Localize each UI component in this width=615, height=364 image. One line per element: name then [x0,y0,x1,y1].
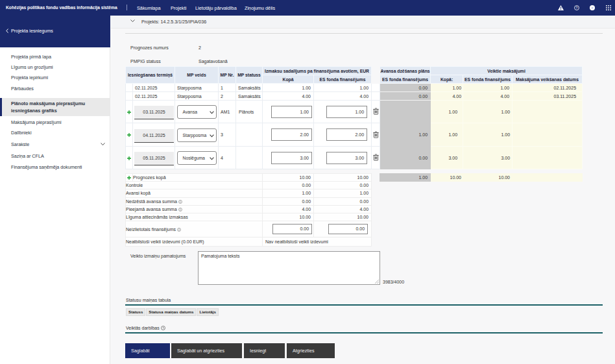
svg-text:?: ? [576,6,578,10]
